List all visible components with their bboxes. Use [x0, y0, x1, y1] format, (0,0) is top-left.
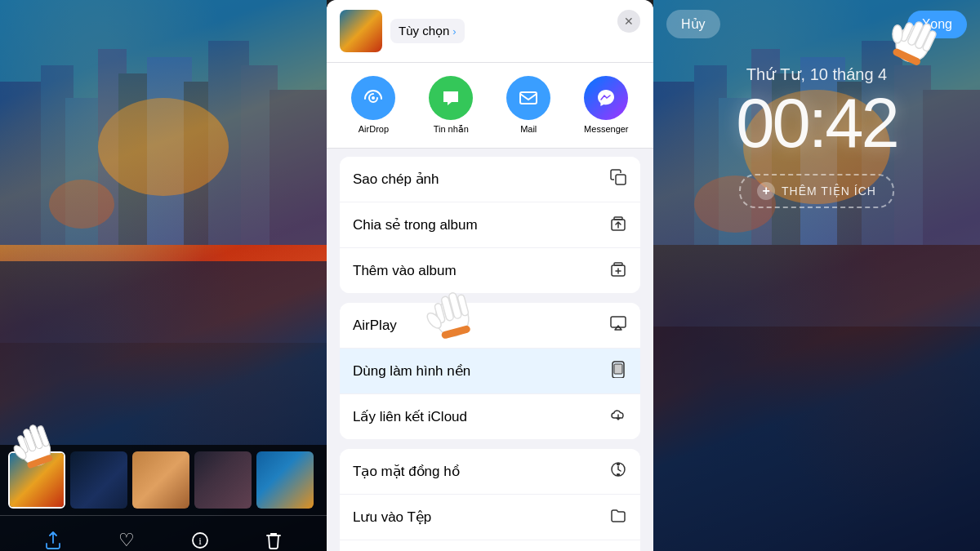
- icloud-icon: [609, 406, 627, 428]
- lock-time: 00:42: [736, 88, 898, 158]
- svg-rect-33: [614, 364, 622, 374]
- lock-top-bar: Hủy Xong: [653, 0, 980, 48]
- airplay-icon: [609, 314, 627, 336]
- lock-overlay: Hủy Xong Thứ Tư, 10 tháng 4 00:42 + THÊM…: [653, 0, 980, 551]
- messages-icon: [429, 76, 473, 120]
- favorite-button[interactable]: ♡: [110, 524, 143, 551]
- share-app-airdrop[interactable]: AirDrop: [351, 76, 395, 135]
- options-button[interactable]: Tùy chọn ›: [390, 19, 465, 43]
- close-share-button[interactable]: ✕: [617, 10, 640, 33]
- menu-item-wallpaper[interactable]: Dùng làm hình nền: [340, 349, 640, 394]
- svg-rect-10: [270, 90, 327, 245]
- svg-point-13: [49, 180, 114, 229]
- info-button[interactable]: i: [184, 524, 216, 551]
- svg-rect-30: [614, 263, 622, 265]
- options-chevron: ›: [452, 25, 456, 38]
- thumbnail-3[interactable]: [132, 451, 189, 509]
- messenger-label: Messenger: [584, 124, 628, 134]
- svg-rect-28: [614, 217, 622, 220]
- menu-section-2: AirPlay Dùng làm hình nền: [340, 303, 640, 439]
- delete-button[interactable]: [257, 524, 290, 551]
- menu-item-share-album[interactable]: Chia sẻ trong album: [340, 202, 640, 248]
- menu-item-watch-face[interactable]: Tạo mặt đồng hồ: [340, 449, 640, 495]
- options-label: Tùy chọn: [399, 24, 449, 38]
- mail-icon: [506, 76, 550, 120]
- thumbnail-row: [0, 445, 327, 515]
- menu-section-3: Tạo mặt đồng hồ Lưu vào Tệp: [340, 449, 640, 551]
- share-app-mail[interactable]: Mail: [506, 76, 550, 135]
- save-files-label: Lưu vào Tệp: [353, 509, 431, 526]
- share-preview-row: Tùy chọn › ✕: [327, 0, 653, 63]
- share-menu: Sao chép ảnh Chia sẻ trong album: [327, 149, 653, 551]
- menu-section-1: Sao chép ảnh Chia sẻ trong album: [340, 157, 640, 293]
- svg-rect-26: [616, 175, 626, 184]
- svg-point-24: [372, 96, 375, 100]
- save-files-icon: [609, 506, 627, 528]
- wallpaper-label: Dùng làm hình nền: [353, 362, 470, 380]
- svg-rect-35: [617, 463, 620, 465]
- share-button[interactable]: [37, 524, 69, 551]
- add-widget-button[interactable]: + THÊM TIỆN ÍCH: [739, 174, 894, 208]
- menu-item-icloud[interactable]: Lấy liên kết iCloud: [340, 394, 640, 439]
- airdrop-icon: [351, 76, 395, 120]
- left-panel: ♡ i: [0, 0, 327, 551]
- wallpaper-icon: [609, 360, 627, 382]
- left-bottom-bar: ♡ i: [0, 445, 327, 551]
- middle-panel: Tùy chọn › ✕ AirDrop: [327, 0, 653, 551]
- thumbnail-1[interactable]: [8, 451, 65, 509]
- airplay-label: AirPlay: [353, 318, 397, 334]
- share-app-messages[interactable]: Tin nhắn: [429, 76, 473, 135]
- thumbnail-4[interactable]: [194, 451, 252, 509]
- share-app-messenger[interactable]: Messenger: [584, 76, 628, 135]
- add-album-label: Thêm vào album: [353, 263, 457, 279]
- copy-label: Sao chép ảnh: [353, 171, 439, 188]
- cancel-button[interactable]: Hủy: [666, 10, 720, 38]
- svg-point-12: [98, 98, 229, 196]
- menu-item-save-files[interactable]: Lưu vào Tệp: [340, 495, 640, 540]
- menu-item-add-album[interactable]: Thêm vào album: [340, 248, 640, 293]
- share-album-icon: [609, 214, 627, 236]
- svg-text:i: i: [198, 535, 202, 547]
- thumbnail-2[interactable]: [70, 451, 127, 509]
- icloud-label: Lấy liên kết iCloud: [353, 408, 467, 425]
- add-album-icon: [609, 260, 627, 282]
- mail-label: Mail: [520, 124, 537, 134]
- share-album-label: Chia sẻ trong album: [353, 216, 478, 233]
- add-widget-plus-icon: +: [757, 182, 775, 200]
- thumbnail-5[interactable]: [256, 451, 314, 509]
- right-panel: Hủy Xong Thứ Tư, 10 tháng 4 00:42 + THÊM…: [653, 0, 980, 551]
- copy-icon: [609, 168, 627, 190]
- done-button[interactable]: Xong: [907, 11, 967, 38]
- bottom-action-bar: ♡ i: [0, 515, 327, 551]
- svg-rect-36: [617, 473, 620, 476]
- add-widget-label: THÊM TIỆN ÍCH: [782, 184, 876, 198]
- svg-rect-25: [520, 92, 537, 104]
- lock-date: Thứ Tư, 10 tháng 4: [746, 64, 887, 84]
- watch-face-label: Tạo mặt đồng hồ: [353, 463, 460, 480]
- share-preview-thumbnail: [340, 10, 382, 52]
- share-apps-row: AirDrop Tin nhắn Mail: [327, 63, 653, 149]
- messages-label: Tin nhắn: [434, 124, 469, 135]
- messenger-icon: [584, 76, 628, 120]
- menu-item-set-contact[interactable]: Đặt cho liên hệ: [340, 540, 640, 551]
- share-sheet: Tùy chọn › ✕ AirDrop: [327, 0, 653, 551]
- menu-item-airplay[interactable]: AirPlay: [340, 303, 640, 349]
- airdrop-label: AirDrop: [359, 124, 389, 134]
- menu-item-copy[interactable]: Sao chép ảnh: [340, 157, 640, 202]
- watch-face-icon: [609, 460, 627, 482]
